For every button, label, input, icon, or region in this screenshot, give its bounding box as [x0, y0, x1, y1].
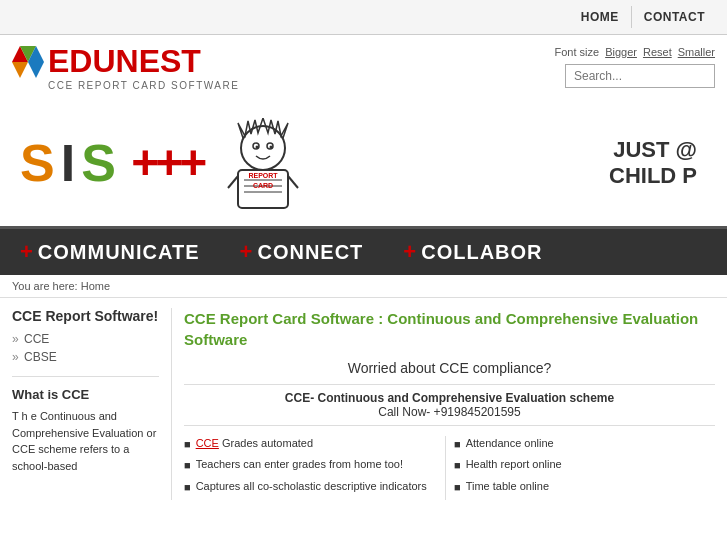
bullet-1: ■	[184, 437, 191, 452]
report-card-svg: REPORT CARD	[223, 118, 303, 213]
banner-line1: JUST @	[323, 137, 697, 163]
svg-point-8	[270, 145, 273, 148]
feature-text-2: Teachers can enter grades from home too!	[196, 457, 403, 472]
nav-contact[interactable]: CONTACT	[631, 6, 717, 28]
sidebar-item-cce[interactable]: CCE	[12, 330, 159, 348]
fontsize-label: Font size	[555, 46, 600, 58]
sidebar: CCE Report Software! CCE CBSE What is CC…	[12, 308, 172, 500]
sidebar-item-cbse[interactable]: CBSE	[12, 348, 159, 366]
report-card-figure: REPORT CARD	[223, 118, 303, 208]
article-title: CCE Report Card Software : Continuous an…	[184, 308, 715, 350]
search-input[interactable]	[565, 64, 715, 88]
sis-plus: +++	[122, 135, 203, 190]
banner-content: S I S +++	[0, 99, 727, 226]
bullet-3: ■	[184, 480, 191, 495]
feature-item-1: ■ CCE Grades automated	[184, 436, 437, 452]
feature-text-4: Attendance online	[466, 436, 554, 451]
banner: S I S +++	[0, 99, 727, 229]
sis-s1: S	[20, 133, 55, 193]
banner-item-1: + COMMUNICATE	[20, 239, 200, 265]
cce-link[interactable]: CCE	[196, 437, 219, 449]
feature-col-2: ■ Attendance online ■ Health report onli…	[446, 436, 715, 500]
logo-subtitle: CCE REPORT CARD SOFTWARE	[48, 80, 239, 91]
svg-point-4	[241, 126, 285, 170]
nav-home[interactable]: HOME	[569, 6, 631, 28]
sidebar-divider	[12, 376, 159, 377]
svg-line-15	[228, 176, 238, 188]
bullet-2: ■	[184, 458, 191, 473]
logo-area: EDUNEST CCE REPORT CARD SOFTWARE	[12, 43, 239, 91]
sidebar-body-text: T h e Continuous and Comprehensive Evalu…	[12, 408, 159, 474]
banner-connect: CONNECT	[257, 241, 363, 264]
bullet-4: ■	[454, 437, 461, 452]
banner-item-2: + CONNECT	[240, 239, 364, 265]
banner-right-text: JUST @ CHILD P	[323, 137, 707, 189]
feature-item-3: ■ Captures all co-scholastic descriptive…	[184, 479, 437, 495]
banner-bottom-bar: + COMMUNICATE + CONNECT + COLLABOR	[0, 229, 727, 275]
main-content: CCE Report Software! CCE CBSE What is CC…	[0, 298, 727, 510]
feature-col-1: ■ CCE Grades automated ■ Teachers can en…	[184, 436, 446, 500]
breadcrumb-text: You are here: Home	[12, 280, 110, 292]
feature-item-6: ■ Time table online	[454, 479, 707, 495]
feature-item-4: ■ Attendance online	[454, 436, 707, 452]
font-size-row: Font size Bigger Reset Smaller	[555, 46, 715, 58]
reset-link[interactable]: Reset	[643, 46, 672, 58]
header-right: Font size Bigger Reset Smaller	[555, 46, 715, 88]
svg-marker-2	[12, 62, 28, 78]
article-cce-box: CCE- Continuous and Comprehensive Evalua…	[184, 384, 715, 426]
logo-text: EDUNEST	[48, 43, 201, 80]
banner-collabor: COLLABOR	[421, 241, 542, 264]
feature-text-5: Health report online	[466, 457, 562, 472]
header: EDUNEST CCE REPORT CARD SOFTWARE Font si…	[0, 35, 727, 99]
top-nav: HOME CONTACT	[0, 0, 727, 35]
bullet-5: ■	[454, 458, 461, 473]
sis-i: I	[61, 133, 75, 193]
feature-cols: ■ CCE Grades automated ■ Teachers can en…	[184, 436, 715, 500]
logo-title: EDUNEST	[12, 43, 239, 80]
plus-icon-3: +	[403, 239, 417, 265]
svg-text:CARD: CARD	[253, 182, 273, 189]
sidebar-what-is-cce: What is CCE	[12, 387, 159, 402]
banner-line2: CHILD P	[323, 163, 697, 189]
logo-icon	[12, 46, 44, 78]
article-subtitle: Worried about CCE compliance?	[184, 360, 715, 376]
plus-icon-2: +	[240, 239, 254, 265]
bigger-link[interactable]: Bigger	[605, 46, 637, 58]
feature-item-2: ■ Teachers can enter grades from home to…	[184, 457, 437, 473]
banner-item-3: + COLLABOR	[403, 239, 542, 265]
sidebar-section-title: CCE Report Software!	[12, 308, 159, 324]
breadcrumb: You are here: Home	[0, 275, 727, 298]
svg-line-16	[288, 176, 298, 188]
sis-text: S I S +++	[20, 133, 203, 193]
bullet-6: ■	[454, 480, 461, 495]
banner-communicate: COMMUNICATE	[38, 241, 200, 264]
cce-scheme-title: CCE- Continuous and Comprehensive Evalua…	[184, 391, 715, 405]
svg-point-7	[256, 145, 259, 148]
sis-s2: S	[81, 133, 116, 193]
svg-text:REPORT: REPORT	[249, 172, 279, 179]
cce-call-now: Call Now- +919845201595	[184, 405, 715, 419]
smaller-link[interactable]: Smaller	[678, 46, 715, 58]
feature-text-3: Captures all co-scholastic descriptive i…	[196, 479, 427, 494]
feature-item-5: ■ Health report online	[454, 457, 707, 473]
plus-icon-1: +	[20, 239, 34, 265]
main-col: CCE Report Card Software : Continuous an…	[184, 308, 715, 500]
feature-text-6: Time table online	[466, 479, 549, 494]
